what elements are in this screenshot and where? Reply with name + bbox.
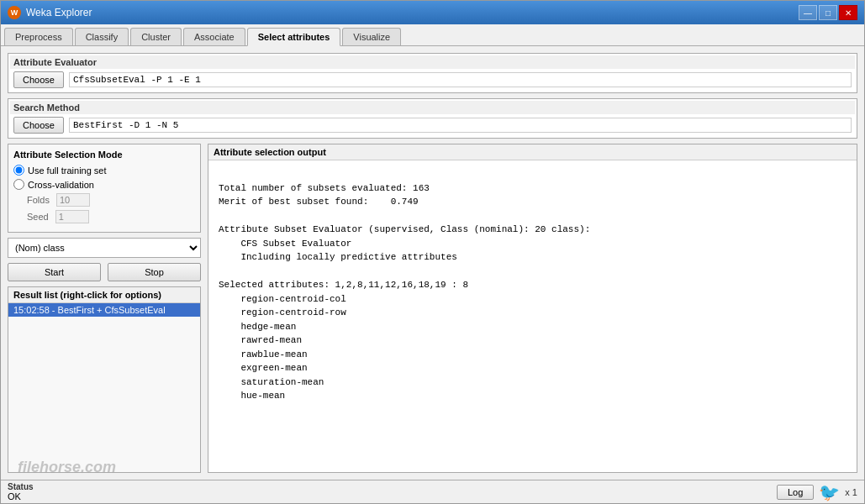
mode-title: Attribute Selection Mode: [13, 150, 195, 160]
tab-preprocess[interactable]: Preprocess: [4, 28, 73, 45]
window-controls: — □ ✕: [799, 5, 857, 20]
cross-validation-label: Cross-validation: [28, 180, 94, 190]
seed-label: Seed: [27, 212, 49, 222]
result-list-box: Result list (right-click for options) 15…: [8, 286, 201, 473]
result-item[interactable]: 15:02:58 - BestFirst + CfsSubsetEval: [8, 303, 200, 317]
status-bar: Status OK Log 🐦 x 1: [1, 480, 864, 503]
start-button[interactable]: Start: [8, 263, 101, 281]
bird-icon: 🐦: [819, 482, 840, 502]
tab-associate[interactable]: Associate: [183, 28, 245, 45]
search-method-title: Search Method: [10, 101, 855, 114]
status-left: Status OK: [8, 482, 34, 501]
attribute-evaluator-section: Attribute Evaluator Choose CfsSubsetEval…: [8, 53, 857, 93]
window-title: Weka Explorer: [26, 7, 92, 18]
search-method-value: BestFirst -D 1 -N 5: [69, 118, 852, 133]
left-panel: Attribute Selection Mode Use full traini…: [8, 144, 201, 473]
tab-bar: Preprocess Classify Cluster Associate Se…: [1, 24, 864, 46]
maximize-button[interactable]: □: [819, 5, 837, 20]
output-title: Attribute selection output: [208, 144, 857, 160]
tab-cluster[interactable]: Cluster: [130, 28, 182, 45]
title-bar-left: W Weka Explorer: [8, 6, 92, 19]
folds-label: Folds: [27, 195, 50, 205]
tab-visualize[interactable]: Visualize: [342, 28, 401, 45]
folds-input[interactable]: [56, 193, 90, 207]
search-method-row: Choose BestFirst -D 1 -N 5: [10, 114, 855, 136]
attribute-evaluator-row: Choose CfsSubsetEval -P 1 -E 1: [10, 69, 855, 91]
tab-classify[interactable]: Classify: [75, 28, 129, 45]
main-window: W Weka Explorer — □ ✕ Preprocess Classif…: [0, 0, 865, 504]
attribute-evaluator-title: Attribute Evaluator: [10, 55, 855, 69]
attribute-evaluator-choose-button[interactable]: Choose: [13, 71, 64, 88]
class-dropdown[interactable]: (Nom) class: [8, 238, 201, 258]
cross-validation-radio-row: Cross-validation: [13, 179, 195, 190]
use-full-training-radio-row: Use full training set: [13, 165, 195, 176]
minimize-button[interactable]: —: [799, 5, 817, 20]
use-full-training-label: Use full training set: [28, 165, 107, 176]
output-text: Total number of subsets evaluated: 163 M…: [208, 160, 857, 472]
stop-button[interactable]: Stop: [108, 263, 201, 281]
seed-options: Seed: [13, 210, 195, 223]
app-icon: W: [8, 6, 21, 19]
result-list: 15:02:58 - BestFirst + CfsSubsetEval: [8, 303, 200, 472]
status-value: OK: [8, 491, 34, 501]
status-label: Status: [8, 482, 34, 491]
search-method-choose-button[interactable]: Choose: [13, 117, 64, 134]
log-button[interactable]: Log: [777, 485, 814, 500]
search-method-section: Search Method Choose BestFirst -D 1 -N 5: [8, 98, 857, 139]
attribute-evaluator-value: CfsSubsetEval -P 1 -E 1: [69, 72, 852, 87]
output-panel: Attribute selection output Total number …: [208, 144, 857, 473]
bird-count: x 1: [845, 487, 857, 497]
cv-options: Folds: [13, 193, 195, 207]
mode-box: Attribute Selection Mode Use full traini…: [8, 144, 201, 233]
cross-validation-radio[interactable]: [13, 179, 24, 190]
middle-section: Attribute Selection Mode Use full traini…: [8, 144, 857, 473]
title-bar: W Weka Explorer — □ ✕: [1, 1, 864, 24]
status-right: Log 🐦 x 1: [777, 482, 857, 502]
tab-select-attributes[interactable]: Select attributes: [247, 28, 341, 46]
main-content: Attribute Evaluator Choose CfsSubsetEval…: [1, 46, 864, 480]
seed-input[interactable]: [55, 210, 89, 223]
action-buttons: Start Stop: [8, 263, 201, 281]
close-button[interactable]: ✕: [839, 5, 857, 20]
result-list-title: Result list (right-click for options): [8, 287, 200, 303]
use-full-training-radio[interactable]: [13, 165, 24, 176]
